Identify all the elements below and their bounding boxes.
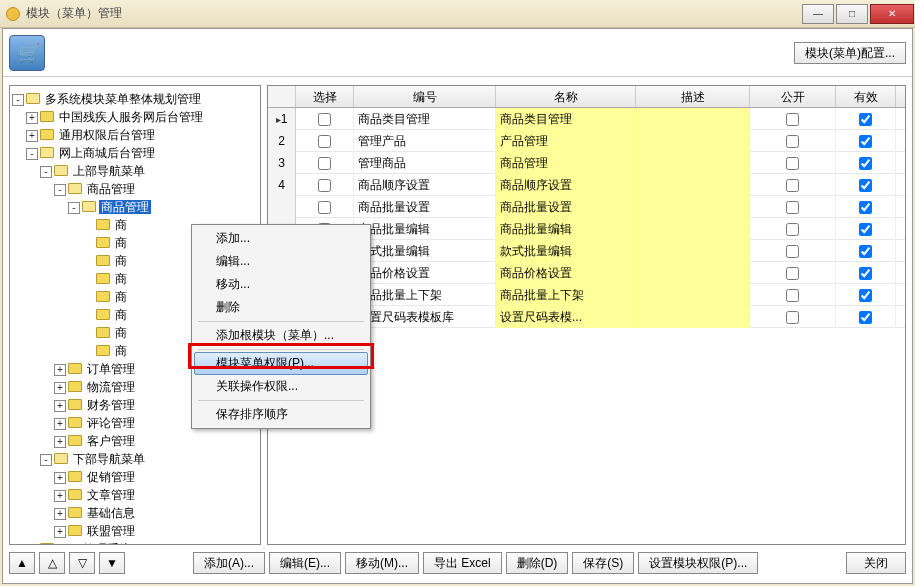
cell-desc[interactable]: [636, 130, 750, 152]
nav-last-button[interactable]: ▼: [99, 552, 125, 574]
cell-public[interactable]: [750, 218, 836, 240]
table-row[interactable]: 2管理产品产品管理: [268, 130, 905, 152]
cell-valid[interactable]: [836, 196, 896, 218]
valid-checkbox[interactable]: [859, 135, 872, 148]
tree-item[interactable]: +文章管理: [12, 486, 258, 504]
cell-desc[interactable]: [636, 152, 750, 174]
tree-item[interactable]: +联盟管理: [12, 522, 258, 540]
cell-public[interactable]: [750, 240, 836, 262]
cell-valid[interactable]: [836, 306, 896, 328]
cell-valid[interactable]: [836, 174, 896, 196]
move-button[interactable]: 移动(M)...: [345, 552, 419, 574]
table-row[interactable]: ▸1商品类目管理商品类目管理: [268, 108, 905, 130]
cell-code[interactable]: 商品价格设置: [354, 262, 496, 284]
cell-valid[interactable]: [836, 262, 896, 284]
select-checkbox[interactable]: [318, 113, 331, 126]
set-permission-button[interactable]: 设置模块权限(P)...: [638, 552, 758, 574]
cell-code[interactable]: 商品顺序设置: [354, 174, 496, 196]
cell-code[interactable]: 管理商品: [354, 152, 496, 174]
cell-code[interactable]: 款式批量编辑: [354, 240, 496, 262]
cell-desc[interactable]: [636, 196, 750, 218]
public-checkbox[interactable]: [786, 157, 799, 170]
cell-name[interactable]: 产品管理: [496, 130, 636, 152]
select-checkbox[interactable]: [318, 135, 331, 148]
valid-checkbox[interactable]: [859, 179, 872, 192]
cell-code[interactable]: 商品批量编辑: [354, 218, 496, 240]
public-checkbox[interactable]: [786, 113, 799, 126]
cell-public[interactable]: [750, 262, 836, 284]
cell-name[interactable]: 商品顺序设置: [496, 174, 636, 196]
minimize-button[interactable]: —: [802, 4, 834, 24]
cell-name[interactable]: 商品批量上下架: [496, 284, 636, 306]
cell-desc[interactable]: [636, 284, 750, 306]
valid-checkbox[interactable]: [859, 157, 872, 170]
nav-down-button[interactable]: ▽: [69, 552, 95, 574]
valid-checkbox[interactable]: [859, 289, 872, 302]
export-excel-button[interactable]: 导出 Excel: [423, 552, 502, 574]
grid-header-select[interactable]: 选择: [296, 86, 354, 107]
cell-public[interactable]: [750, 130, 836, 152]
valid-checkbox[interactable]: [859, 223, 872, 236]
ctx-move[interactable]: 移动...: [194, 273, 368, 296]
delete-button[interactable]: 删除(D): [506, 552, 569, 574]
close-window-button[interactable]: 关闭: [846, 552, 906, 574]
cell-valid[interactable]: [836, 218, 896, 240]
ctx-add-root[interactable]: 添加根模块（菜单）...: [194, 324, 368, 347]
edit-button[interactable]: 编辑(E)...: [269, 552, 341, 574]
cell-select[interactable]: [296, 152, 354, 174]
tree-item[interactable]: +中国残疾人服务网后台管理: [12, 108, 258, 126]
ctx-save-order[interactable]: 保存排序顺序: [194, 403, 368, 426]
cell-public[interactable]: [750, 306, 836, 328]
grid-header-desc[interactable]: 描述: [636, 86, 750, 107]
cell-desc[interactable]: [636, 174, 750, 196]
grid-header-name[interactable]: 名称: [496, 86, 636, 107]
cell-desc[interactable]: [636, 218, 750, 240]
valid-checkbox[interactable]: [859, 201, 872, 214]
ctx-related-permission[interactable]: 关联操作权限...: [194, 375, 368, 398]
public-checkbox[interactable]: [786, 245, 799, 258]
cell-valid[interactable]: [836, 284, 896, 306]
cell-name[interactable]: 商品价格设置: [496, 262, 636, 284]
tree-item[interactable]: -下部导航菜单: [12, 450, 258, 468]
cell-code[interactable]: 商品批量上下架: [354, 284, 496, 306]
select-checkbox[interactable]: [318, 179, 331, 192]
grid-header-code[interactable]: 编号: [354, 86, 496, 107]
cell-select[interactable]: [296, 174, 354, 196]
cell-public[interactable]: [750, 284, 836, 306]
cell-public[interactable]: [750, 174, 836, 196]
module-config-button[interactable]: 模块(菜单)配置...: [794, 42, 906, 64]
cell-valid[interactable]: [836, 130, 896, 152]
valid-checkbox[interactable]: [859, 267, 872, 280]
cell-name[interactable]: 商品管理: [496, 152, 636, 174]
cell-name[interactable]: 设置尺码表模...: [496, 306, 636, 328]
select-checkbox[interactable]: [318, 157, 331, 170]
public-checkbox[interactable]: [786, 201, 799, 214]
cell-public[interactable]: [750, 196, 836, 218]
cell-desc[interactable]: [636, 262, 750, 284]
cell-code[interactable]: 设置尺码表模板库: [354, 306, 496, 328]
cell-name[interactable]: 款式批量编辑: [496, 240, 636, 262]
cell-desc[interactable]: [636, 108, 750, 130]
close-button[interactable]: ✕: [870, 4, 914, 24]
tree-root[interactable]: -多系统模块菜单整体规划管理: [12, 90, 258, 108]
cell-name[interactable]: 商品类目管理: [496, 108, 636, 130]
cell-public[interactable]: [750, 152, 836, 174]
grid-header-public[interactable]: 公开: [750, 86, 836, 107]
cell-desc[interactable]: [636, 240, 750, 262]
cell-public[interactable]: [750, 108, 836, 130]
cell-code[interactable]: 商品批量设置: [354, 196, 496, 218]
ctx-edit[interactable]: 编辑...: [194, 250, 368, 273]
cell-select[interactable]: [296, 196, 354, 218]
cell-name[interactable]: 商品批量编辑: [496, 218, 636, 240]
nav-first-button[interactable]: ▲: [9, 552, 35, 574]
ctx-add[interactable]: 添加...: [194, 227, 368, 250]
ctx-delete[interactable]: 删除: [194, 296, 368, 319]
public-checkbox[interactable]: [786, 289, 799, 302]
public-checkbox[interactable]: [786, 311, 799, 324]
cell-valid[interactable]: [836, 240, 896, 262]
table-row[interactable]: 商品批量设置商品批量设置: [268, 196, 905, 218]
cell-code[interactable]: 管理产品: [354, 130, 496, 152]
cell-code[interactable]: 商品类目管理: [354, 108, 496, 130]
cell-desc[interactable]: [636, 306, 750, 328]
tree-item[interactable]: +项目管理系统: [12, 540, 258, 545]
